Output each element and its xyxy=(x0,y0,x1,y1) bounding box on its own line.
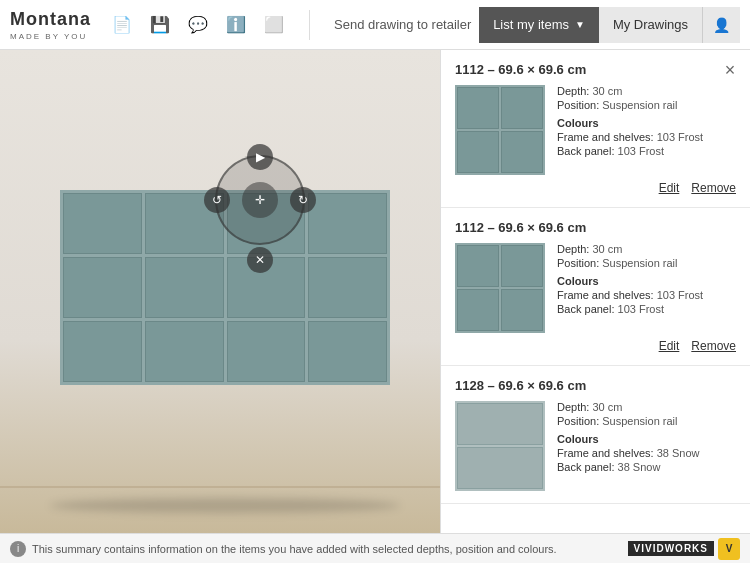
position-label: Position: xyxy=(557,257,599,269)
thumb-cell xyxy=(457,87,499,129)
back-label: Back panel: xyxy=(557,461,614,473)
position-row: Position: Suspension rail xyxy=(557,257,736,269)
info-icon-header[interactable]: ℹ️ xyxy=(225,14,247,36)
list-items-label: List my items xyxy=(493,17,569,32)
frame-row: Frame and shelves: 38 Snow xyxy=(557,447,736,459)
item-content: Depth: 30 cm Position: Suspension rail C… xyxy=(455,401,736,491)
vividworks-text: VIVIDWORKS xyxy=(628,541,714,556)
delete-button[interactable]: ✕ xyxy=(247,247,273,273)
item-details: Depth: 30 cm Position: Suspension rail C… xyxy=(557,243,736,333)
position-label: Position: xyxy=(557,99,599,111)
item-actions: Edit Remove xyxy=(455,181,736,195)
save-icon[interactable]: 💾 xyxy=(149,14,171,36)
position-row: Position: Suspension rail xyxy=(557,415,736,427)
close-panel-button[interactable]: × xyxy=(718,58,742,82)
canvas-area[interactable]: ▶ ↺ ↻ ✛ ✕ xyxy=(0,50,440,533)
back-value: 103 Frost xyxy=(618,145,664,157)
position-value: Suspension rail xyxy=(602,257,677,269)
colours-title: Colours xyxy=(557,275,736,287)
shelf-cell xyxy=(308,257,387,318)
user-icon-button[interactable]: 👤 xyxy=(702,7,740,43)
back-value: 103 Frost xyxy=(618,303,664,315)
frame-row: Frame and shelves: 103 Frost xyxy=(557,289,736,301)
frame-label: Frame and shelves: xyxy=(557,289,654,301)
floor-line xyxy=(0,486,440,488)
control-circle: ▶ ↺ ↻ ✛ ✕ xyxy=(215,155,305,245)
rotate-right-button[interactable]: ↻ xyxy=(290,187,316,213)
position-value: Suspension rail xyxy=(602,99,677,111)
item-details: Depth: 30 cm Position: Suspension rail C… xyxy=(557,85,736,175)
position-label: Position: xyxy=(557,415,599,427)
my-drawings-button[interactable]: My Drawings xyxy=(599,7,702,43)
thumb-cell xyxy=(457,245,499,287)
vividworks-logo: VIVIDWORKS V xyxy=(628,538,740,560)
item-title: 1128 – 69.6 × 69.6 cm xyxy=(455,378,736,393)
remove-button[interactable]: Remove xyxy=(691,181,736,195)
back-row: Back panel: 103 Frost xyxy=(557,303,736,315)
depth-row: Depth: 30 cm xyxy=(557,401,736,413)
position-row: Position: Suspension rail xyxy=(557,99,736,111)
frame-label: Frame and shelves: xyxy=(557,447,654,459)
thumb-cell xyxy=(501,289,543,331)
header-divider xyxy=(309,10,310,40)
shelf-cell xyxy=(145,321,224,382)
shelf-cell xyxy=(63,321,142,382)
remove-button[interactable]: Remove xyxy=(691,339,736,353)
item-title: 1112 – 69.6 × 69.6 cm xyxy=(455,220,736,235)
item-content: Depth: 30 cm Position: Suspension rail C… xyxy=(455,85,736,175)
logo-text: Montana xyxy=(10,9,91,30)
depth-label: Depth: xyxy=(557,401,589,413)
thumb-cell xyxy=(501,245,543,287)
item-content: Depth: 30 cm Position: Suspension rail C… xyxy=(455,243,736,333)
shelf-cell xyxy=(145,257,224,318)
header-icons: 📄 💾 💬 ℹ️ ⬜ Send drawing to retailer xyxy=(111,10,479,40)
item-actions: Edit Remove xyxy=(455,339,736,353)
edit-button[interactable]: Edit xyxy=(659,181,680,195)
header: Montana MADE BY YOU 📄 💾 💬 ℹ️ ⬜ Send draw… xyxy=(0,0,750,50)
back-value: 38 Snow xyxy=(618,461,661,473)
list-item: 1112 – 69.6 × 69.6 cm Depth: 30 cm Posit… xyxy=(441,208,750,366)
rotate-left-button[interactable]: ↺ xyxy=(204,187,230,213)
thumb-cell xyxy=(457,289,499,331)
item-thumbnail xyxy=(455,85,545,175)
thumb-cell-large xyxy=(457,447,543,489)
item-title: 1112 – 69.6 × 69.6 cm xyxy=(455,62,736,77)
logo-area: Montana MADE BY YOU xyxy=(10,9,91,41)
chevron-down-icon: ▼ xyxy=(575,19,585,30)
move-button[interactable]: ✛ xyxy=(242,182,278,218)
shelf-cell xyxy=(63,257,142,318)
frame-value: 103 Frost xyxy=(657,131,703,143)
colours-title: Colours xyxy=(557,117,736,129)
frame-row: Frame and shelves: 103 Frost xyxy=(557,131,736,143)
depth-value: 30 cm xyxy=(592,401,622,413)
edit-button[interactable]: Edit xyxy=(659,339,680,353)
list-items-button[interactable]: List my items ▼ xyxy=(479,7,599,43)
item-thumbnail xyxy=(455,243,545,333)
bottom-bar: i This summary contains information on t… xyxy=(0,533,750,563)
header-right: List my items ▼ My Drawings 👤 xyxy=(479,7,740,43)
shelf-cell xyxy=(227,321,306,382)
new-file-icon[interactable]: 📄 xyxy=(111,14,133,36)
comment-icon[interactable]: 💬 xyxy=(187,14,209,36)
main: ▶ ↺ ↻ ✛ ✕ × 1112 – 69.6 × 69.6 cm xyxy=(0,50,750,533)
send-drawing-button[interactable]: Send drawing to retailer xyxy=(334,17,479,32)
resize-icon[interactable]: ⬜ xyxy=(263,14,285,36)
list-item: 1112 – 69.6 × 69.6 cm Depth: 30 cm Posit… xyxy=(441,50,750,208)
depth-row: Depth: 30 cm xyxy=(557,243,736,255)
wall-shadow xyxy=(50,498,400,513)
shelf-cell xyxy=(308,321,387,382)
depth-value: 30 cm xyxy=(592,243,622,255)
depth-row: Depth: 30 cm xyxy=(557,85,736,97)
position-value: Suspension rail xyxy=(602,415,677,427)
back-label: Back panel: xyxy=(557,145,614,157)
bottom-message: This summary contains information on the… xyxy=(32,543,557,555)
thumb-cell xyxy=(501,131,543,173)
depth-label: Depth: xyxy=(557,85,589,97)
item-thumbnail-large xyxy=(455,401,545,491)
back-label: Back panel: xyxy=(557,303,614,315)
rotate-up-button[interactable]: ▶ xyxy=(247,144,273,170)
back-row: Back panel: 103 Frost xyxy=(557,145,736,157)
item-details: Depth: 30 cm Position: Suspension rail C… xyxy=(557,401,736,491)
back-row: Back panel: 38 Snow xyxy=(557,461,736,473)
depth-label: Depth: xyxy=(557,243,589,255)
